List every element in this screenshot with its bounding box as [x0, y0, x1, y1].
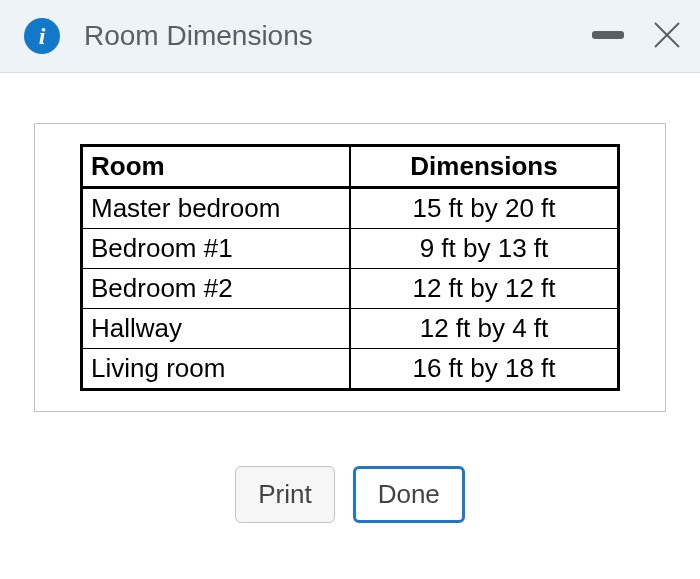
print-button[interactable]: Print [235, 466, 334, 523]
cell-dimensions: 16 ft by 18 ft [350, 349, 619, 390]
cell-room: Bedroom #2 [82, 269, 351, 309]
dialog-footer: Print Done [0, 442, 700, 547]
close-icon[interactable] [652, 20, 682, 50]
col-header-room: Room [82, 146, 351, 188]
col-header-dimensions: Dimensions [350, 146, 619, 188]
table-row: Bedroom #1 9 ft by 13 ft [82, 229, 619, 269]
table-row: Bedroom #2 12 ft by 12 ft [82, 269, 619, 309]
window-controls [592, 20, 682, 50]
info-icon: i [24, 18, 60, 54]
cell-room: Bedroom #1 [82, 229, 351, 269]
room-dimensions-table: Room Dimensions Master bedroom 15 ft by … [80, 144, 620, 391]
table-row: Hallway 12 ft by 4 ft [82, 309, 619, 349]
dialog-content: Room Dimensions Master bedroom 15 ft by … [0, 73, 700, 442]
cell-room: Living room [82, 349, 351, 390]
minimize-icon[interactable] [592, 31, 624, 39]
cell-dimensions: 12 ft by 4 ft [350, 309, 619, 349]
dialog-header: i Room Dimensions [0, 0, 700, 73]
table-row: Master bedroom 15 ft by 20 ft [82, 188, 619, 229]
table-row: Living room 16 ft by 18 ft [82, 349, 619, 390]
cell-room: Master bedroom [82, 188, 351, 229]
cell-dimensions: 9 ft by 13 ft [350, 229, 619, 269]
cell-room: Hallway [82, 309, 351, 349]
cell-dimensions: 12 ft by 12 ft [350, 269, 619, 309]
table-container: Room Dimensions Master bedroom 15 ft by … [34, 123, 666, 412]
cell-dimensions: 15 ft by 20 ft [350, 188, 619, 229]
dialog-title: Room Dimensions [84, 20, 313, 52]
done-button[interactable]: Done [353, 466, 465, 523]
